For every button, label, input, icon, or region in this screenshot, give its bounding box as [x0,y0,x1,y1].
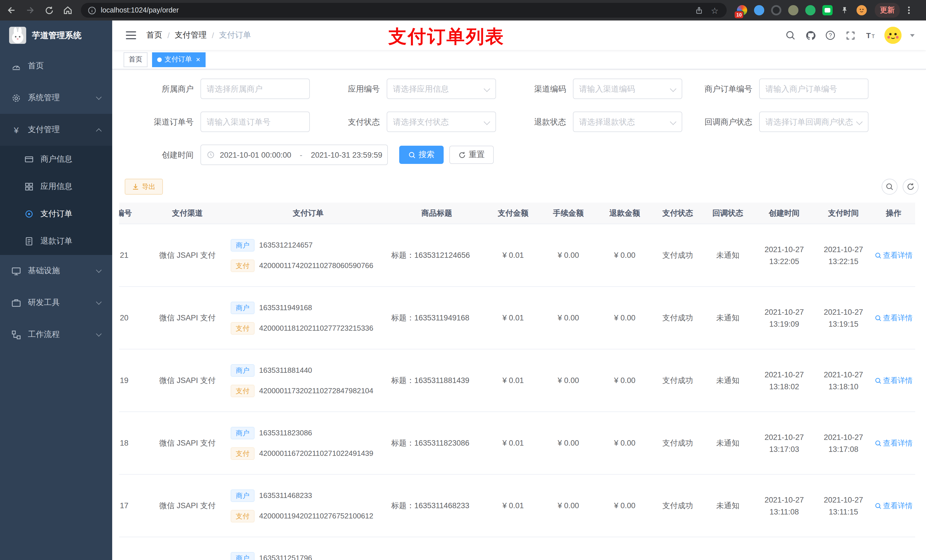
cell-pay-time [815,537,872,560]
notify-status-select[interactable] [766,117,862,126]
sidebar-item-app-info[interactable]: 应用信息 [0,173,112,200]
filter-label: 所属商户 [124,78,200,99]
cell-pay-order: 商户 1635312124657 支付 42000011742021102780… [228,224,388,287]
breadcrumb-payment[interactable]: 支付管理 [175,30,207,41]
share-icon[interactable] [694,5,704,15]
info-icon[interactable] [88,6,96,15]
cell-create-time: 2021-10-2713:11:08 [754,475,815,537]
orders-table: 编号 支付渠道 支付订单 商品标题 支付金额 手续金额 退款金额 支付状态 回调… [119,202,915,560]
merchant-badge: 商户 [231,239,254,251]
avatar-extension-icon[interactable] [856,5,867,15]
app-no-select[interactable] [393,84,490,93]
github-icon[interactable] [805,30,816,41]
reset-button[interactable]: 重置 [449,146,494,164]
help-icon[interactable]: ? [825,30,836,41]
channel-code-select[interactable] [579,84,676,93]
extension-ring-icon[interactable] [771,5,781,15]
avatar-caret-icon[interactable] [910,34,915,37]
extension-badge: 10 [734,11,744,19]
tag-label: 首页 [129,54,142,64]
tag-pay-order[interactable]: 支付订单 × [152,52,205,67]
sidebar-item-label: 支付管理 [28,125,60,135]
date-range-picker[interactable]: 2021-10-01 00:00:00 - 2021-10-31 23:59:5… [200,145,388,165]
filter-pay-status: 支付状态 [310,112,496,132]
cell-pay-order: 商户 1635311251796 支付 [228,537,388,560]
sidebar-item-devtools[interactable]: 研发工具 [0,287,112,319]
breadcrumb-home[interactable]: 首页 [146,30,162,41]
search-button[interactable]: 搜索 [399,146,443,164]
extension-wechat-devtools-icon[interactable] [822,5,832,15]
view-detail-link[interactable]: 查看详情 [875,501,912,511]
sidebar-item-home[interactable]: 首页 [0,50,112,82]
pay-status-select[interactable] [393,117,490,126]
home-icon[interactable] [62,5,73,16]
sidebar-item-merchant-info[interactable]: 商户信息 [0,146,112,173]
merchant-input[interactable] [207,84,304,93]
merchant-order-no-input[interactable] [766,84,862,93]
cell-fee: ¥ 0.00 [540,412,596,475]
filter-label: 渠道订单号 [124,112,200,132]
cell-notify-status: 未通知 [702,475,754,537]
browser-menu-icon[interactable] [904,5,914,15]
cell-channel: 微信 JSAPI 支付 [146,349,228,412]
hamburger-icon[interactable] [126,31,136,40]
cell-create-time [754,537,815,560]
filter-label: 商户订单编号 [682,78,759,99]
search-icon[interactable] [785,30,796,41]
sidebar-item-infra[interactable]: 基础设施 [0,255,112,287]
channel-order-no-input[interactable] [207,117,304,126]
cell-channel: 微信 JSAPI 支付 [146,224,228,287]
main-area: 首页 / 支付管理 / 支付订单 支付订单列表 ? TT 首页 支付订单 [112,21,926,560]
app-logo[interactable]: 芋道管理系统 [0,21,112,50]
document-icon [24,237,33,246]
merchant-badge: 商户 [231,364,254,376]
cell-id: 19 [119,349,146,412]
extension-green-icon[interactable] [805,5,816,15]
cell-fee [540,537,596,560]
pin-icon[interactable] [840,5,850,15]
view-detail-link[interactable]: 查看详情 [875,438,912,448]
fullscreen-icon[interactable] [844,30,856,41]
tag-home[interactable]: 首页 [124,52,147,67]
export-button[interactable]: 导出 [125,179,163,195]
sidebar-item-pay-order[interactable]: 支付订单 [0,200,112,228]
font-size-icon[interactable]: TT [864,30,876,41]
sidebar-item-refund-order[interactable]: 退款订单 [0,228,112,255]
cell-id: 18 [119,412,146,475]
monitor-icon [11,266,21,276]
filter-create-time: 创建时间 2021-10-01 00:00:00 - 2021-10-31 23… [124,145,388,165]
table-body: 21 微信 JSAPI 支付 商户 1635312124657 支付 42000… [119,224,915,560]
cell-channel: 微信 JSAPI 支付 [146,412,228,475]
view-detail-link[interactable]: 查看详情 [875,250,912,260]
extension-colorwheel-icon[interactable]: 10 [737,5,747,15]
logo-rabbit-icon [9,27,26,44]
sidebar-item-workflow[interactable]: 工作流程 [0,319,112,350]
url-bar[interactable]: localhost:1024/pay/order ☆ [81,3,727,18]
cell-amount: ¥ 0.01 [486,349,540,412]
toggle-search-button[interactable] [882,179,897,195]
refund-status-select[interactable] [579,117,676,126]
user-avatar[interactable] [884,27,902,44]
bookmark-star-icon[interactable]: ☆ [710,5,720,15]
sidebar-item-payment[interactable]: ¥ 支付管理 [0,114,112,146]
cell-actions: 查看详情 [872,287,915,349]
cell-fee: ¥ 0.00 [540,224,596,287]
view-detail-link[interactable]: 查看详情 [875,375,912,386]
extension-drop-icon[interactable] [754,5,764,15]
browser-update-button[interactable]: 更新 [875,3,900,18]
extension-olive-icon[interactable] [788,5,799,15]
cell-title: 标题：1635311468233 [388,475,486,537]
view-detail-link[interactable]: 查看详情 [875,313,912,323]
back-icon[interactable] [6,5,17,16]
cell-title: 标题：1635311881439 [388,349,486,412]
forward-icon[interactable] [24,5,36,16]
cell-amount: ¥ 0.01 [486,412,540,475]
tags-bar: 首页 支付订单 × [112,50,926,69]
date-end: 2021-10-31 23:59:59 [311,151,383,159]
reload-icon[interactable] [43,5,54,16]
page-annotation: 支付订单列表 [388,24,505,50]
search-button-label: 搜索 [419,150,434,160]
sidebar-item-system[interactable]: 系统管理 [0,82,112,114]
tag-close-icon[interactable]: × [196,56,200,63]
refresh-button[interactable] [903,179,918,195]
